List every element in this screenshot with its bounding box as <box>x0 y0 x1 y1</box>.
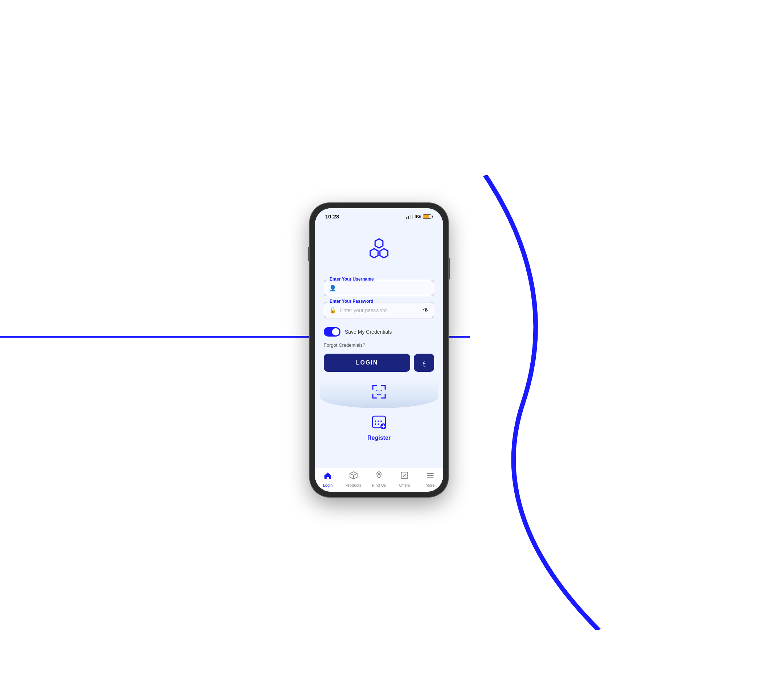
battery-icon <box>423 214 433 219</box>
svg-point-0 <box>376 391 377 391</box>
location-icon <box>374 471 384 482</box>
app-logo <box>363 236 395 269</box>
battery-body <box>423 214 431 219</box>
forgot-credentials-link[interactable]: Forgot Credentials? <box>324 342 434 348</box>
faceid-icon[interactable] <box>370 383 388 405</box>
save-credentials-label: Save My Credentials <box>345 329 392 335</box>
register-icon[interactable] <box>371 414 387 433</box>
signal-bar-2 <box>408 216 409 219</box>
phone-device: 10:28 4G <box>310 203 448 497</box>
nav-label-products: Products <box>346 483 361 488</box>
language-button[interactable]: ع <box>414 354 434 372</box>
password-label: Enter Your Password <box>328 299 374 304</box>
register-area: Register <box>324 408 434 445</box>
lock-icon: 🔒 <box>329 307 337 314</box>
nav-label-more: More <box>426 483 435 488</box>
username-label: Enter Your Username <box>328 277 375 282</box>
login-row: LOGIN ع <box>324 354 434 372</box>
svg-point-3 <box>374 420 376 422</box>
user-icon: 👤 <box>329 284 337 292</box>
phone-screen: 10:28 4G <box>315 208 443 492</box>
status-time: 10:28 <box>325 213 339 220</box>
nav-item-login[interactable]: Login <box>315 471 340 488</box>
nav-label-offers: Offers <box>399 483 410 488</box>
nav-item-products[interactable]: Products <box>340 471 366 488</box>
app-content: Enter Your Username 👤 Enter Your Passwor… <box>315 222 443 468</box>
save-credentials-toggle[interactable] <box>324 327 340 336</box>
svg-point-9 <box>378 473 380 475</box>
products-icon <box>349 471 358 482</box>
svg-point-4 <box>377 420 379 422</box>
battery-fill <box>423 215 429 218</box>
username-field-group: Enter Your Username 👤 <box>324 280 434 296</box>
more-icon <box>426 471 435 482</box>
login-button[interactable]: LOGIN <box>324 354 410 372</box>
svg-point-1 <box>381 391 382 391</box>
signal-bar-1 <box>406 217 407 219</box>
faceid-svg <box>370 383 388 401</box>
svg-text:%: % <box>402 474 405 477</box>
password-field-group: Enter Your Password 🔒 👁 <box>324 302 434 319</box>
register-label[interactable]: Register <box>367 435 391 441</box>
bottom-nav: Login Products <box>315 468 443 492</box>
status-bar: 10:28 4G <box>315 208 443 222</box>
nav-item-offers[interactable]: % Offers <box>392 471 417 488</box>
bg-curve-decoration <box>440 175 758 630</box>
status-icons: 4G <box>406 214 433 219</box>
signal-bar-4 <box>412 214 413 219</box>
toggle-password-icon[interactable]: 👁 <box>423 307 429 314</box>
username-input[interactable] <box>340 285 429 291</box>
phone-outer-shell: 10:28 4G <box>310 203 448 497</box>
signal-icon <box>406 214 413 219</box>
signal-bar-3 <box>410 215 411 219</box>
nav-item-more[interactable]: More <box>418 471 443 488</box>
nav-label-login: Login <box>323 483 333 488</box>
register-svg <box>371 414 387 430</box>
offers-icon: % <box>400 471 409 482</box>
toggle-knob <box>332 328 339 336</box>
svg-point-7 <box>377 423 379 425</box>
svg-point-6 <box>374 423 376 425</box>
network-label: 4G <box>415 214 421 219</box>
username-input-wrapper: 👤 <box>324 280 434 296</box>
svg-point-5 <box>381 420 382 422</box>
home-icon <box>323 471 332 482</box>
password-input-wrapper: 🔒 👁 <box>324 302 434 319</box>
faceid-area <box>320 379 438 408</box>
nav-label-findus: Find Us <box>372 483 386 488</box>
save-credentials-row: Save My Credentials <box>324 327 434 336</box>
logo-area <box>324 229 434 280</box>
battery-tip <box>432 216 433 218</box>
password-input[interactable] <box>340 308 420 313</box>
nav-item-findus[interactable]: Find Us <box>366 471 392 488</box>
